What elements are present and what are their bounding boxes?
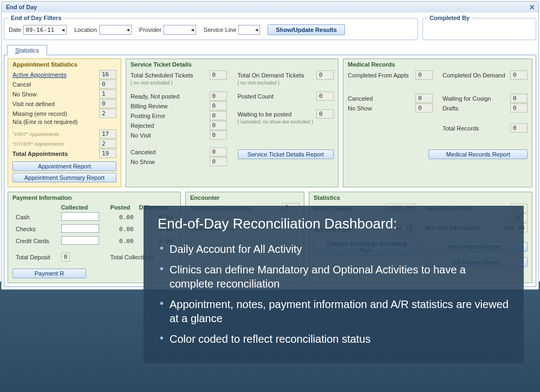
svc-canceled-label: Canceled: [131, 149, 155, 155]
overlay-bullet: Daily Account for All Activity: [158, 239, 510, 259]
svc-totsched-note: ( no visit excluded ): [131, 80, 227, 86]
noshow-label: No Show: [12, 91, 37, 97]
visitnotdef-value: 0: [99, 99, 116, 108]
missing-value: 2: [99, 109, 116, 118]
med-report-button[interactable]: Medical Records Report: [428, 149, 528, 159]
svc-postedcount-value: 0: [316, 92, 334, 101]
serviceline-dropdown[interactable]: ◀: [238, 25, 260, 35]
appt-stats-panel: Appointment Statistics Active Appointmen…: [8, 58, 121, 187]
svc-totsched-label: Total Scheduled Tickets: [131, 72, 193, 79]
appt-summary-report-button[interactable]: Appointment Summary Report: [12, 173, 116, 182]
appt-report-button[interactable]: Appointment Report: [12, 161, 116, 171]
noshow-value: 1: [99, 89, 116, 99]
svc-perr-label: Posting Error: [131, 113, 165, 119]
svc-postedcount-label: Posted Count: [238, 93, 274, 100]
missing-label: Missing (emr record): [12, 110, 67, 117]
overlay-bullet: Appointment, notes, payment information …: [158, 294, 510, 329]
na-label: N/a (Emr is not required): [12, 119, 77, 125]
svc-noshow-label: No Show: [131, 159, 155, 165]
cancel-label: Cancel: [12, 81, 31, 88]
overlay-callout: End-of-Day Reconciliation Dashboard: Dai…: [144, 206, 524, 363]
chevron-left-icon[interactable]: ◀: [125, 27, 129, 32]
cash-posted-value: 0.00: [108, 212, 136, 223]
svc-perr-value: 0: [210, 111, 227, 120]
med-drafts-label: Drafts: [443, 105, 458, 112]
svc-rej-value: 0: [210, 121, 227, 130]
med-total-label: Total Records: [443, 125, 479, 132]
location-dropdown[interactable]: ◀: [99, 25, 132, 35]
cc-collected-input[interactable]: [61, 236, 99, 245]
enc-title: Encounter: [190, 194, 300, 201]
provider-label: Provider: [139, 27, 161, 33]
med-drafts-value: 0: [510, 103, 528, 113]
checks-posted-value: 0.00: [108, 224, 136, 234]
payment-report-button[interactable]: Payment R: [12, 269, 86, 278]
service-ticket-panel: Service Ticket Details Total Scheduled T…: [126, 58, 339, 187]
svc-billing-value: 0: [210, 101, 227, 110]
close-icon[interactable]: ✕: [529, 3, 535, 11]
svc-report-button[interactable]: Service Ticket Details Report: [238, 149, 334, 159]
serviceline-label: Service Line: [204, 27, 237, 33]
cancel-value: 0: [99, 80, 116, 89]
med-compdemand-label: Completed On Demand: [443, 72, 505, 79]
total-appt-value: 19: [99, 149, 116, 158]
visitnotdef-label: Visit not defined: [12, 101, 55, 107]
appt-title: Appointment Statistics: [12, 61, 116, 68]
tab-statistics[interactable]: SStatisticstatistics: [7, 45, 47, 55]
chevron-left-icon[interactable]: ◀: [60, 27, 64, 32]
svc-totdemand-value: 0: [316, 70, 334, 80]
date-label: Date: [9, 27, 21, 33]
svc-rej-label: Rejected: [131, 122, 154, 129]
med-compappts-label: Completed From Appts: [348, 72, 409, 79]
med-canceled-value: 0: [415, 94, 433, 103]
completedby-legend: Completed By: [427, 15, 472, 21]
med-noshow-label: No Show: [348, 105, 372, 112]
med-noshow-value: 0: [415, 103, 433, 113]
svc-canceled-value: 0: [210, 147, 227, 156]
location-label: Location: [74, 27, 97, 33]
med-compappts-value: 0: [415, 70, 433, 80]
checks-collected-input[interactable]: [61, 224, 99, 233]
svc-noshow-value: 0: [210, 157, 227, 166]
visit-appt-note: "VISIT" Appointments: [12, 132, 59, 137]
posted-header: Posted: [108, 204, 136, 211]
visit-appt-value: 17: [99, 129, 116, 139]
chevron-left-icon[interactable]: ◀: [253, 27, 258, 32]
window-title: End of Day: [6, 4, 37, 10]
pay-title: Payment Information: [12, 194, 176, 201]
med-total-value: 0: [510, 123, 528, 133]
med-cosign-value: 0: [510, 94, 528, 103]
cash-collected-input[interactable]: [61, 212, 99, 221]
overlay-heading: End-of-Day Reconciliation Dashboard:: [158, 215, 510, 232]
date-input[interactable]: 09-16-11 ◀: [23, 25, 67, 35]
med-compdemand-value: 0: [510, 70, 528, 80]
total-appt-label: Total Appointments: [12, 151, 68, 157]
med-title: Medical Records: [348, 61, 528, 68]
overlay-bullet: Color coded to reflect reconciliation st…: [158, 329, 510, 349]
med-cosign-label: Waiting for Cosign: [443, 95, 491, 102]
svc-waiting-value: 0: [316, 109, 334, 119]
provider-dropdown[interactable]: ◀: [164, 25, 196, 35]
active-appts-link[interactable]: Active Appointments: [12, 71, 67, 78]
svc-totdemand-note: ( no visit excluded ): [238, 80, 334, 86]
collected-header: Collected: [59, 204, 107, 211]
svc-ready-value: 0: [210, 92, 227, 101]
total-deposit-label: Total Deposit: [14, 253, 58, 261]
stats2-title: Statistics: [314, 194, 528, 201]
svc-totsched-value: 0: [210, 70, 227, 80]
svc-totdemand-label: Total On Demand Tickets: [238, 72, 304, 79]
other-appt-value: 2: [99, 139, 116, 148]
med-canceled-label: Canceled: [348, 95, 373, 102]
overlay-bullet: Clinics can define Mandatory and Optiona…: [158, 259, 510, 294]
medical-records-panel: Medical Records Completed From Appts0 Ca…: [343, 58, 532, 187]
other-appt-note: "OTHER" Appointments: [12, 141, 64, 147]
chevron-left-icon[interactable]: ◀: [189, 27, 193, 32]
svc-novisit-label: No Visit: [131, 132, 151, 139]
svc-billing-label: Billing Review: [131, 103, 167, 109]
filters-legend: End of Day Filters: [9, 15, 64, 21]
svc-ready-label: Ready, Not posted: [131, 93, 179, 100]
show-update-button[interactable]: Show/Update Results: [268, 24, 344, 35]
cash-label: Cash: [14, 212, 58, 223]
cc-posted-value: 0.00: [108, 236, 136, 246]
svc-waiting-label: Waiting to be posted: [238, 111, 292, 117]
